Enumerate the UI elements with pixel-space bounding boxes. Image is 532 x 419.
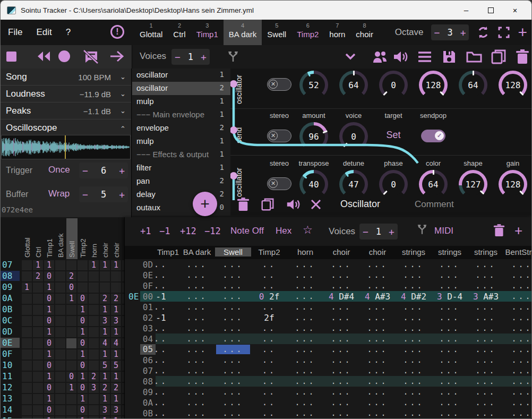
note-cell[interactable]: ... — [468, 366, 504, 375]
order-cell[interactable] — [100, 283, 110, 293]
note-cell[interactable]: ... — [432, 323, 468, 333]
note-cell[interactable]: ... — [396, 377, 432, 386]
track-header-bentstr[interactable]: BentStr — [504, 247, 532, 256]
instrument-tab-swell[interactable]: 5Swell — [262, 20, 291, 45]
order-cell[interactable] — [66, 305, 76, 315]
order-row-number[interactable]: 11 — [1, 371, 20, 381]
unit-comment-field[interactable]: Comment — [415, 199, 454, 210]
note-cell[interactable]: .. — [143, 334, 179, 344]
note-cell[interactable]: ... — [432, 366, 468, 375]
order-cell[interactable] — [55, 405, 65, 415]
note-cell[interactable]: ... — [396, 260, 432, 269]
order-cell[interactable]: 1 — [44, 260, 54, 270]
note-cell[interactable]: ... — [215, 281, 251, 290]
play-icon[interactable] — [109, 49, 124, 63]
order-row-number[interactable]: 12 — [1, 382, 20, 392]
order-cell[interactable]: 0 — [44, 316, 54, 326]
note-cell[interactable]: ... — [359, 377, 396, 386]
order-cell[interactable]: 1 — [111, 394, 121, 404]
note-cell[interactable]: ... — [323, 366, 359, 375]
voices-minus-button[interactable]: − — [175, 52, 181, 63]
note-cell[interactable]: ... — [396, 355, 432, 365]
order-cell[interactable]: 1 — [100, 416, 110, 418]
note-cell[interactable]: ... — [468, 345, 504, 354]
order-cell[interactable]: 2 — [66, 271, 76, 281]
note-cell[interactable]: ... — [468, 260, 504, 269]
note-toolbar-button-note-off[interactable]: Note Off — [230, 226, 264, 236]
note-cell[interactable]: ... — [323, 398, 359, 407]
note-cell[interactable]: ... — [179, 377, 215, 386]
note-cell[interactable]: ... — [396, 270, 432, 280]
order-row-number[interactable]: 13 — [1, 394, 20, 404]
note-cell[interactable]: ... — [468, 377, 504, 386]
buffer-plus-button[interactable]: + — [119, 189, 125, 200]
order-cell[interactable]: 3 — [111, 405, 121, 415]
order-cell[interactable]: 1 — [111, 305, 121, 315]
track-split-icon[interactable] — [416, 224, 428, 235]
note-cell[interactable]: ... — [504, 355, 531, 365]
knob-param[interactable]: 128 — [499, 71, 527, 99]
order-cell[interactable] — [66, 349, 76, 360]
order-cell[interactable]: 1 — [44, 305, 54, 315]
order-cell[interactable]: 0 — [44, 361, 54, 371]
track-header-strings[interactable]: strings — [468, 247, 504, 256]
order-cell[interactable] — [33, 361, 43, 371]
note-cell[interactable]: ... — [287, 313, 323, 322]
order-row-number[interactable]: 0F — [1, 349, 20, 359]
order-cell[interactable] — [33, 316, 43, 326]
order-cell[interactable]: 1 — [78, 394, 88, 404]
order-cell[interactable]: 1 — [100, 327, 110, 337]
note-cell[interactable]: ... — [215, 302, 251, 312]
order-cell[interactable] — [89, 338, 99, 348]
note-cell[interactable]: ... — [468, 323, 504, 333]
note-cell[interactable]: ... — [287, 334, 323, 344]
note-cell[interactable]: ... — [504, 387, 531, 397]
order-row-number[interactable]: 0C — [1, 315, 20, 326]
copy-unit-icon[interactable] — [261, 198, 274, 211]
note-cell[interactable]: ... — [359, 313, 396, 322]
note-cell[interactable]: ... — [504, 302, 531, 312]
instrument-tab-timp1[interactable]: 3Timp1 — [191, 20, 224, 45]
order-cell[interactable]: 1 — [78, 349, 88, 360]
note-cell[interactable]: .. — [143, 366, 179, 375]
note-cell[interactable]: ... — [432, 302, 468, 312]
order-cell[interactable]: 1 — [44, 327, 54, 337]
order-cell[interactable] — [55, 283, 65, 293]
peaks-row[interactable]: Peaks −1.1 dB ⌄ — [1, 102, 131, 119]
order-cell[interactable] — [55, 316, 65, 326]
note-cell[interactable]: ... — [215, 260, 251, 269]
order-cell[interactable]: 1 — [44, 372, 54, 382]
order-cell[interactable]: 4 — [111, 338, 121, 348]
note-cell[interactable]: .. — [143, 398, 179, 407]
order-cell[interactable] — [55, 260, 65, 270]
order-cell[interactable]: 2 — [111, 383, 121, 393]
order-cell[interactable] — [55, 349, 65, 360]
note-cell[interactable]: 4 A#3 — [359, 292, 396, 302]
toggle-stereo[interactable]: ✕ — [267, 130, 291, 142]
note-cell[interactable]: ... — [359, 345, 396, 354]
note-cell[interactable]: .. — [251, 355, 287, 365]
order-row-number[interactable]: 10 — [1, 360, 20, 370]
order-cell[interactable] — [66, 405, 76, 415]
order-cell[interactable] — [33, 372, 43, 382]
note-cell[interactable]: -1 — [143, 292, 179, 302]
buffer-mode-button[interactable]: Wrap — [48, 189, 70, 199]
track-voices-minus-button[interactable]: − — [363, 226, 368, 237]
order-cell[interactable] — [22, 260, 32, 270]
note-cell[interactable]: ... — [215, 345, 251, 354]
order-cell[interactable] — [55, 372, 65, 382]
order-row-number[interactable]: 15 — [1, 416, 20, 418]
note-cell[interactable]: ... — [179, 270, 215, 280]
note-cell[interactable]: ... — [468, 387, 504, 397]
note-cell[interactable]: ... — [468, 313, 504, 322]
unit-list-item[interactable]: envelope2 — [132, 122, 230, 135]
note-cell[interactable]: ... — [287, 302, 323, 312]
order-cell[interactable] — [22, 361, 32, 371]
unit-list-item[interactable]: mulp1 — [132, 135, 230, 148]
note-cell[interactable]: .. — [143, 302, 179, 312]
follow-off-icon[interactable] — [81, 49, 100, 64]
note-cell[interactable]: ... — [287, 408, 323, 418]
unit-list-item[interactable]: pan2 — [132, 175, 230, 188]
note-toolbar-button-−1[interactable]: −1 — [159, 226, 170, 236]
note-cell[interactable]: ... — [432, 345, 468, 354]
